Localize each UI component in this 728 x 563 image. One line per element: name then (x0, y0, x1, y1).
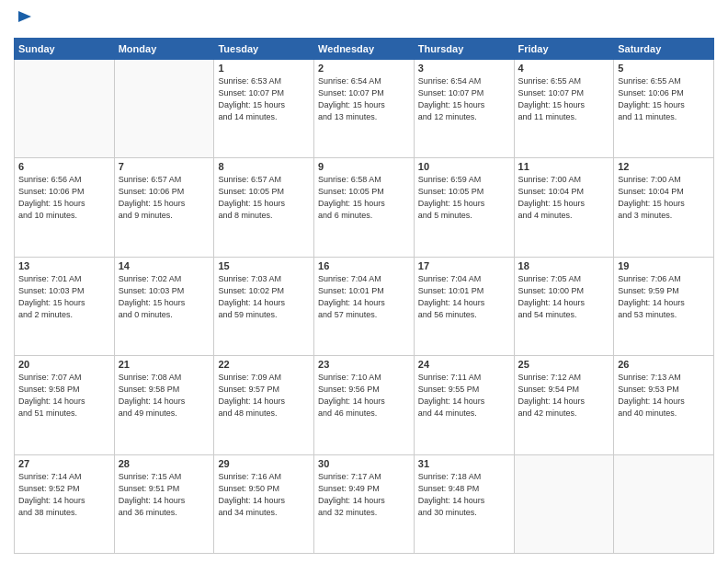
calendar-day-cell: 25Sunrise: 7:12 AM Sunset: 9:54 PM Dayli… (514, 356, 614, 454)
day-number: 3 (418, 63, 510, 74)
day-info: Sunrise: 7:05 AM Sunset: 10:00 PM Daylig… (518, 273, 610, 321)
day-number: 22 (218, 359, 310, 370)
day-number: 11 (518, 161, 610, 172)
calendar-week-row: 27Sunrise: 7:14 AM Sunset: 9:52 PM Dayli… (15, 454, 714, 553)
page: SundayMondayTuesdayWednesdayThursdayFrid… (0, 0, 728, 563)
day-number: 2 (318, 63, 410, 74)
day-info: Sunrise: 6:55 AM Sunset: 10:07 PM Daylig… (518, 75, 610, 123)
day-info: Sunrise: 6:59 AM Sunset: 10:05 PM Daylig… (418, 174, 510, 222)
day-info: Sunrise: 6:53 AM Sunset: 10:07 PM Daylig… (218, 75, 310, 123)
day-info: Sunrise: 7:14 AM Sunset: 9:52 PM Dayligh… (18, 471, 110, 519)
calendar-week-row: 20Sunrise: 7:07 AM Sunset: 9:58 PM Dayli… (15, 356, 714, 454)
calendar-day-cell: 26Sunrise: 7:13 AM Sunset: 9:53 PM Dayli… (614, 356, 714, 454)
calendar-day-cell: 15Sunrise: 7:03 AM Sunset: 10:02 PM Dayl… (214, 257, 314, 355)
calendar-day-cell: 20Sunrise: 7:07 AM Sunset: 9:58 PM Dayli… (15, 356, 115, 454)
day-number: 27 (18, 458, 110, 469)
day-number: 23 (318, 359, 410, 370)
calendar-day-cell: 21Sunrise: 7:08 AM Sunset: 9:58 PM Dayli… (114, 356, 214, 454)
calendar-day-cell (514, 454, 614, 553)
day-number: 16 (318, 260, 410, 271)
logo-flag-icon (16, 9, 34, 28)
weekday-header-friday: Friday (514, 38, 614, 59)
weekday-header-saturday: Saturday (614, 38, 714, 59)
day-info: Sunrise: 7:01 AM Sunset: 10:03 PM Daylig… (18, 273, 110, 321)
day-number: 28 (119, 458, 210, 469)
calendar-day-cell: 7Sunrise: 6:57 AM Sunset: 10:06 PM Dayli… (114, 158, 214, 257)
calendar-day-cell (15, 59, 115, 157)
calendar-day-cell: 17Sunrise: 7:04 AM Sunset: 10:01 PM Dayl… (414, 257, 514, 355)
calendar-day-cell (114, 59, 214, 157)
day-number: 5 (618, 63, 710, 74)
svg-marker-0 (18, 11, 31, 22)
day-info: Sunrise: 7:18 AM Sunset: 9:48 PM Dayligh… (418, 471, 510, 519)
day-number: 25 (518, 359, 610, 370)
day-info: Sunrise: 7:04 AM Sunset: 10:01 PM Daylig… (318, 273, 410, 321)
calendar-day-cell: 11Sunrise: 7:00 AM Sunset: 10:04 PM Dayl… (514, 158, 614, 257)
calendar-day-cell: 30Sunrise: 7:17 AM Sunset: 9:49 PM Dayli… (314, 454, 415, 553)
calendar-day-cell: 22Sunrise: 7:09 AM Sunset: 9:57 PM Dayli… (214, 356, 314, 454)
day-info: Sunrise: 6:57 AM Sunset: 10:06 PM Daylig… (119, 174, 210, 222)
day-info: Sunrise: 7:16 AM Sunset: 9:50 PM Dayligh… (218, 471, 310, 519)
day-number: 15 (218, 260, 310, 271)
day-number: 14 (119, 260, 210, 271)
calendar-day-cell: 29Sunrise: 7:16 AM Sunset: 9:50 PM Dayli… (214, 454, 314, 553)
calendar-week-row: 13Sunrise: 7:01 AM Sunset: 10:03 PM Dayl… (15, 257, 714, 355)
day-number: 17 (418, 260, 510, 271)
weekday-header-sunday: Sunday (15, 38, 115, 59)
calendar-day-cell: 4Sunrise: 6:55 AM Sunset: 10:07 PM Dayli… (514, 59, 614, 157)
day-number: 13 (18, 260, 110, 271)
calendar-day-cell: 24Sunrise: 7:11 AM Sunset: 9:55 PM Dayli… (414, 356, 514, 454)
calendar-day-cell: 9Sunrise: 6:58 AM Sunset: 10:05 PM Dayli… (314, 158, 415, 257)
calendar-day-cell: 14Sunrise: 7:02 AM Sunset: 10:03 PM Dayl… (114, 257, 214, 355)
calendar-day-cell: 19Sunrise: 7:06 AM Sunset: 9:59 PM Dayli… (614, 257, 714, 355)
day-info: Sunrise: 7:03 AM Sunset: 10:02 PM Daylig… (218, 273, 310, 321)
day-info: Sunrise: 7:04 AM Sunset: 10:01 PM Daylig… (418, 273, 510, 321)
day-info: Sunrise: 7:17 AM Sunset: 9:49 PM Dayligh… (318, 471, 410, 519)
day-info: Sunrise: 7:08 AM Sunset: 9:58 PM Dayligh… (119, 372, 210, 419)
calendar-day-cell: 6Sunrise: 6:56 AM Sunset: 10:06 PM Dayli… (15, 158, 115, 257)
day-number: 19 (618, 260, 710, 271)
day-number: 31 (418, 458, 510, 469)
calendar-day-cell: 8Sunrise: 6:57 AM Sunset: 10:05 PM Dayli… (214, 158, 314, 257)
calendar-day-cell: 16Sunrise: 7:04 AM Sunset: 10:01 PM Dayl… (314, 257, 415, 355)
day-number: 30 (318, 458, 410, 469)
day-info: Sunrise: 7:07 AM Sunset: 9:58 PM Dayligh… (18, 372, 110, 419)
calendar-day-cell: 12Sunrise: 7:00 AM Sunset: 10:04 PM Dayl… (614, 158, 714, 257)
weekday-header-tuesday: Tuesday (214, 38, 314, 59)
calendar-day-cell: 18Sunrise: 7:05 AM Sunset: 10:00 PM Dayl… (514, 257, 614, 355)
calendar-day-cell (614, 454, 714, 553)
day-info: Sunrise: 6:55 AM Sunset: 10:06 PM Daylig… (618, 75, 710, 123)
day-number: 18 (518, 260, 610, 271)
day-number: 20 (18, 359, 110, 370)
logo (14, 9, 34, 32)
day-info: Sunrise: 6:57 AM Sunset: 10:05 PM Daylig… (218, 174, 310, 222)
day-info: Sunrise: 7:12 AM Sunset: 9:54 PM Dayligh… (518, 372, 610, 419)
calendar-day-cell: 23Sunrise: 7:10 AM Sunset: 9:56 PM Dayli… (314, 356, 415, 454)
day-number: 1 (218, 63, 310, 74)
calendar-day-cell: 27Sunrise: 7:14 AM Sunset: 9:52 PM Dayli… (15, 454, 115, 553)
day-number: 26 (618, 359, 710, 370)
calendar-week-row: 6Sunrise: 6:56 AM Sunset: 10:06 PM Dayli… (15, 158, 714, 257)
day-number: 7 (119, 161, 210, 172)
day-number: 21 (119, 359, 210, 370)
weekday-header-row: SundayMondayTuesdayWednesdayThursdayFrid… (15, 38, 714, 59)
day-number: 12 (618, 161, 710, 172)
day-info: Sunrise: 7:11 AM Sunset: 9:55 PM Dayligh… (418, 372, 510, 419)
day-info: Sunrise: 7:00 AM Sunset: 10:04 PM Daylig… (618, 174, 710, 222)
calendar-day-cell: 3Sunrise: 6:54 AM Sunset: 10:07 PM Dayli… (414, 59, 514, 157)
weekday-header-monday: Monday (114, 38, 214, 59)
day-info: Sunrise: 7:02 AM Sunset: 10:03 PM Daylig… (119, 273, 210, 321)
day-info: Sunrise: 7:13 AM Sunset: 9:53 PM Dayligh… (618, 372, 710, 419)
day-info: Sunrise: 6:56 AM Sunset: 10:06 PM Daylig… (18, 174, 110, 222)
day-info: Sunrise: 7:09 AM Sunset: 9:57 PM Dayligh… (218, 372, 310, 419)
calendar-day-cell: 10Sunrise: 6:59 AM Sunset: 10:05 PM Dayl… (414, 158, 514, 257)
calendar-day-cell: 1Sunrise: 6:53 AM Sunset: 10:07 PM Dayli… (214, 59, 314, 157)
day-info: Sunrise: 6:54 AM Sunset: 10:07 PM Daylig… (418, 75, 510, 123)
day-number: 10 (418, 161, 510, 172)
weekday-header-wednesday: Wednesday (314, 38, 415, 59)
day-info: Sunrise: 7:15 AM Sunset: 9:51 PM Dayligh… (119, 471, 210, 519)
day-number: 24 (418, 359, 510, 370)
day-number: 6 (18, 161, 110, 172)
calendar-day-cell: 31Sunrise: 7:18 AM Sunset: 9:48 PM Dayli… (414, 454, 514, 553)
day-info: Sunrise: 7:00 AM Sunset: 10:04 PM Daylig… (518, 174, 610, 222)
